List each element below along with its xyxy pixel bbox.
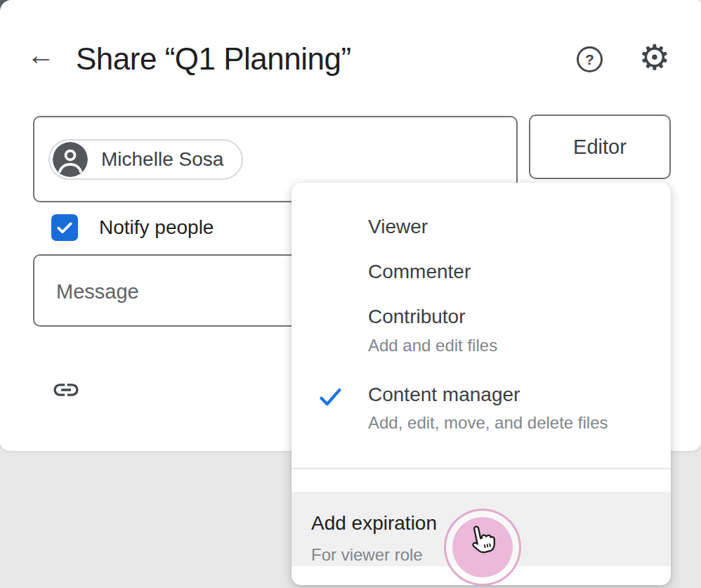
arrow-left-icon: ← xyxy=(27,39,55,70)
gear-icon: ⚙ xyxy=(639,38,671,77)
menu-item-commenter[interactable] xyxy=(291,251,671,293)
menu-item-contributor-sublabel: Add and edit files xyxy=(368,337,497,355)
notify-people-checkbox[interactable] xyxy=(51,214,78,241)
add-expiration-sublabel: For viewer role xyxy=(311,545,423,565)
recipient-chip[interactable]: Michelle Sosa xyxy=(48,139,243,180)
menu-item-content-manager-sublabel: Add, edit, move, and delete files xyxy=(368,414,608,432)
message-placeholder: Message xyxy=(56,280,139,303)
link-icon xyxy=(51,375,81,405)
menu-item-commenter-label: Commenter xyxy=(368,261,471,282)
person-icon xyxy=(53,142,88,177)
avatar xyxy=(53,142,88,177)
checkmark-icon xyxy=(54,217,75,238)
hand-cursor-icon xyxy=(461,518,503,559)
recipient-name: Michelle Sosa xyxy=(101,148,223,171)
question-mark-icon: ? xyxy=(585,51,594,68)
menu-item-viewer[interactable] xyxy=(291,206,671,248)
menu-item-viewer-label: Viewer xyxy=(368,216,428,237)
add-expiration-label: Add expiration xyxy=(311,512,437,535)
copy-link-button[interactable] xyxy=(51,375,81,405)
menu-item-contributor-label: Contributor xyxy=(368,306,466,327)
page-title: Share “Q1 Planning” xyxy=(76,39,351,79)
help-button[interactable]: ? xyxy=(577,46,603,72)
role-selector-label: Editor xyxy=(573,136,627,159)
menu-divider xyxy=(291,468,671,469)
selected-check-icon xyxy=(316,384,344,412)
back-button[interactable]: ← xyxy=(25,39,56,70)
settings-button[interactable]: ⚙ xyxy=(636,39,673,76)
notify-people-label: Notify people xyxy=(99,214,214,241)
role-selector-button[interactable]: Editor xyxy=(529,115,671,179)
menu-item-content-manager-label: Content manager xyxy=(368,384,520,405)
